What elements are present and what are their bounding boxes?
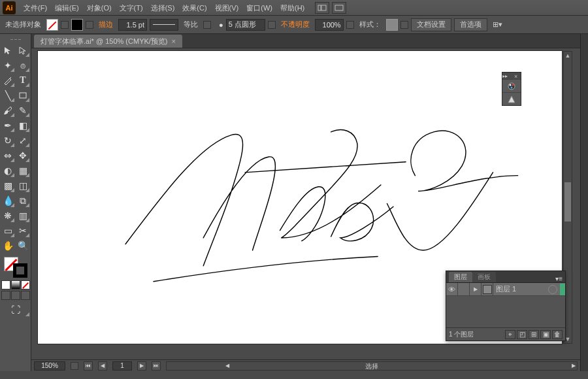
menu-file[interactable]: 文件(F): [20, 0, 51, 16]
symbol-sprayer-tool[interactable]: ❋: [1, 208, 15, 223]
eraser-tool[interactable]: ◧: [16, 118, 30, 133]
brush-dropdown[interactable]: [268, 21, 276, 29]
right-dock[interactable]: [580, 34, 588, 371]
graphic-styles-panel-icon[interactable]: [502, 92, 521, 105]
lock-cell[interactable]: [458, 283, 470, 296]
hand-tool[interactable]: ✋: [1, 239, 15, 253]
scale-tool[interactable]: ⤢: [16, 133, 30, 148]
first-artboard-icon[interactable]: ⏮: [84, 361, 93, 371]
stroke-dropdown[interactable]: [86, 21, 93, 29]
zoom-tool[interactable]: 🔍: [16, 239, 30, 253]
lasso-tool[interactable]: ⌾: [16, 58, 30, 73]
close-tab-icon[interactable]: ×: [172, 37, 176, 45]
profile-dropdown[interactable]: [203, 21, 211, 29]
visibility-icon[interactable]: 👁: [446, 283, 458, 296]
stroke-label[interactable]: 描边: [96, 20, 116, 29]
close-icon[interactable]: ×: [514, 73, 519, 78]
free-transform-tool[interactable]: ✥: [16, 148, 30, 163]
blob-brush-tool[interactable]: ✒: [1, 118, 15, 133]
shape-builder-tool[interactable]: ◐: [1, 163, 15, 178]
tools-grip[interactable]: [3, 37, 28, 42]
floating-panel-header[interactable]: ▸▸ ×: [502, 73, 521, 79]
stroke-indicator[interactable]: [13, 263, 27, 278]
selection-tool[interactable]: [1, 43, 15, 58]
make-clip-icon[interactable]: ◰: [517, 330, 527, 339]
document-tab[interactable]: 灯管字体临摹.ai* @ 150% (CMYK/预览) ×: [34, 35, 182, 48]
gradient-mode[interactable]: [11, 280, 20, 289]
collapse-icon[interactable]: ▸▸: [502, 73, 508, 79]
width-tool[interactable]: ⇔: [1, 148, 15, 163]
layer-row[interactable]: 👁 ▶ 图层 1: [446, 283, 565, 296]
target-icon[interactable]: [548, 285, 557, 294]
paintbrush-tool[interactable]: 🖌: [1, 103, 15, 118]
scroll-right-icon[interactable]: ▶: [572, 363, 576, 369]
style-dropdown[interactable]: [400, 21, 408, 29]
pen-tool[interactable]: [1, 73, 15, 88]
draw-behind[interactable]: [11, 291, 20, 300]
scroll-up-icon[interactable]: ▲: [564, 52, 572, 59]
menu-type[interactable]: 文字(T): [116, 0, 147, 16]
expand-icon[interactable]: ▶: [470, 283, 482, 296]
stroke-profile[interactable]: [150, 19, 178, 31]
vertical-scroll-thumb[interactable]: [564, 182, 571, 222]
zoom-dropdown[interactable]: [71, 362, 78, 370]
color-mode[interactable]: [1, 280, 10, 289]
tab-artboards[interactable]: 画板: [472, 272, 496, 282]
delete-layer-icon[interactable]: 🗑: [552, 330, 563, 339]
layer-name[interactable]: 图层 1: [493, 284, 548, 294]
fill-swatch[interactable]: [46, 19, 58, 31]
doc-setup-button[interactable]: 文档设置: [411, 18, 451, 31]
column-graph-tool[interactable]: ▥: [16, 208, 30, 223]
artboard-tool[interactable]: ▭: [1, 223, 15, 238]
horizontal-scrollbar[interactable]: 选择 ◀ ▶: [166, 361, 578, 371]
perspective-tool[interactable]: ▦: [16, 163, 30, 178]
preferences-button[interactable]: 首选项: [454, 18, 487, 31]
opacity-dropdown[interactable]: [346, 21, 354, 29]
menu-help[interactable]: 帮助(H): [276, 0, 308, 16]
type-tool[interactable]: T: [16, 73, 30, 88]
none-mode[interactable]: [21, 280, 30, 289]
draw-inside[interactable]: [21, 291, 30, 300]
new-sublayer-icon[interactable]: ⊞: [529, 330, 539, 339]
rectangle-tool[interactable]: [16, 88, 30, 103]
slice-tool[interactable]: ✂: [16, 223, 30, 238]
magic-wand-tool[interactable]: ✦: [1, 58, 15, 73]
locate-object-icon[interactable]: ⌖: [505, 330, 515, 339]
direct-selection-tool[interactable]: [16, 43, 30, 58]
screen-mode[interactable]: ⛶: [1, 303, 30, 317]
prev-artboard-icon[interactable]: ◀: [98, 361, 107, 371]
menu-window[interactable]: 窗口(W): [242, 0, 276, 16]
stroke-weight-input[interactable]: [118, 19, 147, 31]
gradient-tool[interactable]: ◫: [16, 178, 30, 193]
draw-normal[interactable]: [1, 291, 10, 300]
new-layer-icon[interactable]: ▣: [540, 330, 551, 339]
rotate-tool[interactable]: ↻: [1, 133, 15, 148]
zoom-input[interactable]: [34, 361, 65, 371]
next-artboard-icon[interactable]: ▶: [137, 361, 146, 371]
floating-panel[interactable]: ▸▸ ×: [502, 72, 521, 106]
last-artboard-icon[interactable]: ⏭: [152, 361, 161, 371]
layers-panel[interactable]: 图层 画板 ▾≡ 👁 ▶ 图层 1 1 个图层 ⌖: [446, 271, 566, 341]
align-icon[interactable]: ⊞▾: [493, 20, 502, 29]
menu-select[interactable]: 选择(S): [147, 0, 179, 16]
brush-preset[interactable]: [226, 19, 265, 31]
opacity-input[interactable]: [315, 19, 344, 31]
canvas[interactable]: ▸▸ × ▲ ▼ 图层 画板 ▾≡ 👁: [31, 48, 580, 359]
artboard-index[interactable]: [112, 361, 132, 371]
panel-menu-icon[interactable]: ▾≡: [553, 275, 565, 282]
tab-layers[interactable]: 图层: [449, 272, 472, 282]
menu-edit[interactable]: 编辑(E): [51, 0, 83, 16]
fill-dropdown[interactable]: [61, 21, 69, 29]
appearance-panel-icon[interactable]: [502, 79, 521, 92]
layout-icon[interactable]: [315, 2, 329, 14]
menu-view[interactable]: 视图(V): [211, 0, 243, 16]
mesh-tool[interactable]: ▩: [1, 178, 15, 193]
stroke-swatch[interactable]: [71, 19, 83, 31]
fill-stroke-control[interactable]: [3, 255, 29, 279]
arrange-icon[interactable]: [332, 2, 346, 14]
opacity-label[interactable]: 不透明度: [278, 20, 312, 29]
pencil-tool[interactable]: ✎: [16, 103, 30, 118]
blend-tool[interactable]: ⧉: [16, 193, 30, 208]
eyedropper-tool[interactable]: 💧: [1, 193, 15, 208]
menu-effect[interactable]: 效果(C): [178, 0, 210, 16]
